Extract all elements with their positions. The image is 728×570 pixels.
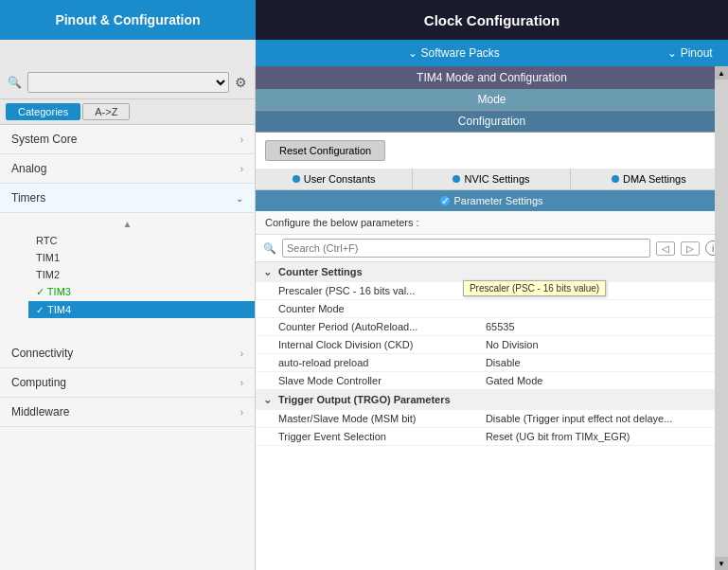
- nvic-label: NVIC Settings: [464, 173, 529, 185]
- sidebar-items: System Core › Analog › Timers ⌄ ▲ RTC TI…: [0, 125, 255, 570]
- dma-label: DMA Settings: [623, 173, 686, 185]
- timer-item-rtc[interactable]: RTC: [28, 232, 255, 249]
- search-next-btn[interactable]: ▷: [681, 241, 700, 256]
- sub-left-spacer: [0, 40, 256, 66]
- timer-item-tim3[interactable]: TIM3: [28, 283, 255, 301]
- section-counter-settings: ⌄ Counter Settings: [256, 262, 728, 282]
- ckd-label: Internal Clock Division (CKD): [256, 336, 463, 354]
- analog-label: Analog: [11, 162, 46, 175]
- search-dropdown[interactable]: [27, 72, 229, 93]
- tab-parameter-settings[interactable]: ✓ Parameter Settings: [256, 190, 728, 211]
- user-constants-dot: [293, 175, 300, 183]
- counter-period-value: 65535: [463, 318, 728, 336]
- right-title-bar: TIM4 Mode and Configuration: [256, 66, 728, 89]
- search-prev-btn[interactable]: ◁: [656, 241, 675, 256]
- clock-config-label: Clock Configuration: [424, 12, 559, 28]
- sidebar-item-connectivity[interactable]: Connectivity ›: [0, 339, 255, 368]
- scroll-up-btn[interactable]: ▲: [715, 66, 728, 80]
- timer-collapse-arrow: ▲: [123, 219, 133, 229]
- timer-items-list: ▲ RTC TIM1 TIM2 TIM3 ✓ TIM4: [0, 213, 255, 339]
- pinout-config-label: Pinout & Configuration: [55, 12, 200, 27]
- tim4-label: TIM4: [47, 304, 71, 315]
- prescaler-value-cell: 0 Prescaler (PSC - 16 bits value): [463, 282, 728, 300]
- connectivity-chevron: ›: [240, 348, 243, 359]
- params-header-text: Configure the below parameters :: [265, 217, 419, 228]
- timers-label: Timers: [11, 191, 45, 205]
- counter-period-label: Counter Period (AutoReload...: [256, 318, 463, 336]
- msm-value: Disable (Trigger input effect not delaye…: [463, 410, 728, 428]
- tab-az[interactable]: A->Z: [82, 103, 130, 120]
- reset-config-button[interactable]: Reset Configuration: [265, 140, 385, 161]
- tab-user-constants[interactable]: User Constants: [256, 169, 413, 189]
- counter-mode-value: [463, 300, 728, 318]
- trigger-event-value: Reset (UG bit from TIMx_EGR): [463, 428, 728, 446]
- params-table: ⌄ Counter Settings Prescaler (PSC - 16 b…: [256, 262, 728, 446]
- mode-label: Mode: [477, 93, 506, 106]
- sidebar: 🔍 ⚙ Categories A->Z System Core › Analog…: [0, 66, 256, 570]
- tab-nvic-settings[interactable]: NVIC Settings: [413, 169, 570, 189]
- param-row-msm: Master/Slave Mode (MSM bit) Disable (Tri…: [256, 410, 728, 428]
- param-row-counter-mode: Counter Mode: [256, 300, 728, 318]
- param-settings-dot: ✓: [440, 196, 450, 205]
- timer-item-tim2[interactable]: TIM2: [28, 266, 255, 283]
- sidebar-item-analog[interactable]: Analog ›: [0, 154, 255, 184]
- counter-settings-label: Counter Settings: [278, 266, 363, 277]
- timer-item-tim1[interactable]: TIM1: [28, 249, 255, 266]
- autoreload-value: Disable: [463, 354, 728, 372]
- middleware-chevron: ›: [240, 407, 243, 418]
- trgo-label: Trigger Output (TRGO) Parameters: [278, 394, 451, 405]
- pinout-btn[interactable]: ⌄ Pinout: [652, 40, 728, 66]
- param-row-autoreload: auto-reload preload Disable: [256, 354, 728, 372]
- mode-bar: Mode: [256, 89, 728, 111]
- autoreload-label: auto-reload preload: [256, 354, 463, 372]
- tim4-check-icon: ✓: [36, 305, 44, 315]
- trigger-event-label: Trigger Event Selection: [256, 428, 463, 446]
- sidebar-search-row: 🔍 ⚙: [0, 66, 255, 99]
- params-search-icon: 🔍: [263, 242, 276, 255]
- tab-categories[interactable]: Categories: [6, 103, 80, 120]
- scroll-track: [715, 80, 728, 557]
- clock-config-header[interactable]: Clock Configuration: [256, 0, 728, 40]
- param-row-ckd: Internal Clock Division (CKD) No Divisio…: [256, 336, 728, 354]
- software-packs-label: ⌄ Software Packs: [408, 46, 500, 60]
- sidebar-item-middleware[interactable]: Middleware ›: [0, 398, 255, 427]
- software-packs-btn[interactable]: ⌄ Software Packs: [256, 40, 652, 66]
- search-icon: 🔍: [8, 76, 22, 89]
- sidebar-item-computing[interactable]: Computing ›: [0, 368, 255, 398]
- dma-dot: [612, 175, 619, 183]
- computing-chevron: ›: [240, 378, 243, 388]
- scroll-down-btn[interactable]: ▼: [715, 557, 728, 570]
- tab-dma-settings[interactable]: DMA Settings: [571, 169, 728, 189]
- trgo-toggle[interactable]: ⌄: [263, 394, 272, 405]
- timer-spacer: [28, 318, 255, 337]
- config-content: Reset Configuration User Constants NVIC …: [256, 133, 728, 570]
- slave-mode-label: Slave Mode Controller: [256, 372, 463, 390]
- settings-gear-btn[interactable]: ⚙: [235, 75, 247, 90]
- sidebar-item-system-core[interactable]: System Core ›: [0, 125, 255, 154]
- section-trgo: ⌄ Trigger Output (TRGO) Parameters: [256, 390, 728, 411]
- computing-label: Computing: [11, 376, 66, 389]
- timers-chevron: ⌄: [236, 193, 243, 204]
- slave-mode-value: Gated Mode: [463, 372, 728, 390]
- user-constants-label: User Constants: [304, 173, 376, 185]
- right-scrollbar: ▲ ▼: [715, 66, 728, 570]
- sidebar-item-timers[interactable]: Timers ⌄: [0, 184, 255, 213]
- sidebar-tab-bar: Categories A->Z: [0, 99, 255, 125]
- params-search-input[interactable]: [282, 239, 650, 258]
- nvic-dot: [453, 175, 460, 183]
- timer-item-tim4[interactable]: ✓ TIM4: [28, 301, 255, 318]
- param-row-slave-mode: Slave Mode Controller Gated Mode: [256, 372, 728, 390]
- pinout-config-header[interactable]: Pinout & Configuration: [0, 0, 256, 40]
- msm-label: Master/Slave Mode (MSM bit): [256, 410, 463, 428]
- counter-settings-toggle[interactable]: ⌄: [263, 266, 272, 277]
- params-search-row: 🔍 ◁ ▷ i: [256, 235, 728, 262]
- settings-tabs-row2: ✓ Parameter Settings: [256, 190, 728, 211]
- param-settings-label: Parameter Settings: [453, 195, 542, 206]
- reset-btn-row: Reset Configuration: [256, 133, 728, 169]
- system-core-label: System Core: [11, 133, 77, 146]
- ckd-value: No Division: [463, 336, 728, 354]
- params-header: Configure the below parameters :: [256, 211, 728, 235]
- right-title-label: TIM4 Mode and Configuration: [417, 71, 567, 84]
- counter-mode-label: Counter Mode: [256, 300, 463, 318]
- prescaler-tooltip: Prescaler (PSC - 16 bits value): [463, 280, 606, 296]
